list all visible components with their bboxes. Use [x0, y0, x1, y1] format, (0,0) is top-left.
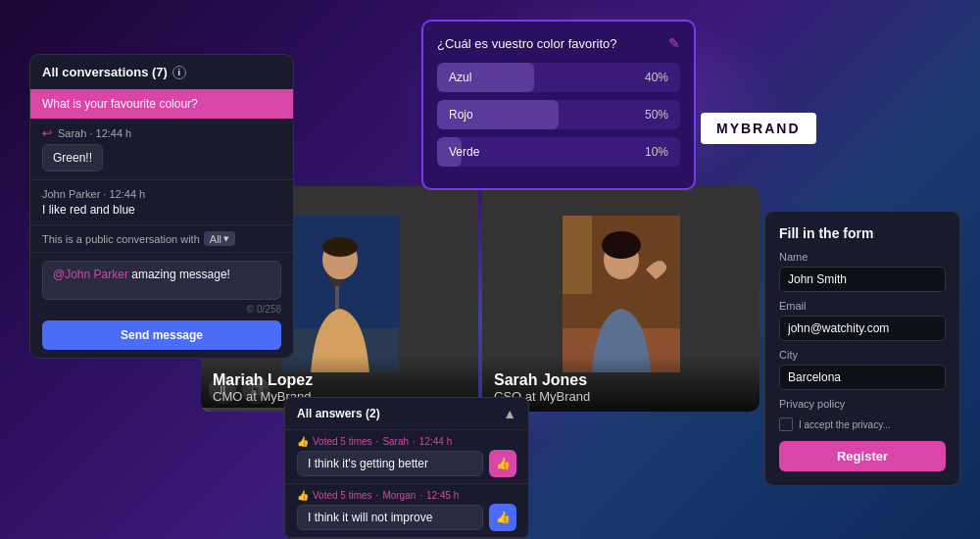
person-silhouette-right: [563, 216, 680, 372]
answer-row-2: I think it will not improve 👍: [297, 504, 516, 531]
poll-panel: ¿Cuál es vuestro color favorito? ✎ Azul …: [421, 20, 696, 190]
public-label: This is a public conversation with: [42, 233, 200, 245]
poll-title: ¿Cuál es vuestro color favorito?: [437, 36, 617, 51]
privacy-checkbox-label: I accept the privacy...: [799, 419, 891, 430]
poll-label-rojo: Rojo: [449, 108, 473, 122]
reply-parker-text: I like red and blue: [42, 203, 281, 217]
city-input[interactable]: [779, 365, 946, 390]
svg-point-5: [322, 237, 358, 257]
reply-sarah-time: Sarah · 12:44 h: [58, 127, 131, 139]
answer-meta-2: 👍 Voted 5 times · Morgan · 12:45 h: [297, 490, 516, 501]
message-input-area: @John Parker amazing message! © 0/258 Se…: [30, 253, 293, 358]
reply-sarah-section: ↩ Sarah · 12:44 h Green!!: [30, 119, 293, 180]
conversations-title: All conversations (7): [42, 65, 168, 79]
vote-label-2: Voted 5 times: [313, 490, 372, 501]
reply-sarah-meta: ↩ Sarah · 12:44 h: [42, 126, 281, 140]
message-input[interactable]: @John Parker amazing message!: [42, 261, 281, 300]
answer-text-1: I think it's getting better: [297, 451, 483, 476]
answers-panel: All answers (2) ▲ 👍 Voted 5 times · Sara…: [284, 397, 529, 539]
reply-parker-meta: John Parker · 12:44 h: [42, 188, 281, 200]
question-text: What is your favourite colour?: [42, 97, 198, 111]
name-input[interactable]: [779, 267, 946, 292]
question-bar: What is your favourite colour?: [30, 89, 293, 119]
answers-header: All answers (2) ▲: [285, 398, 528, 430]
mybrand-logo: MYBRAND: [701, 113, 816, 144]
person-silhouette-left: [281, 216, 399, 372]
privacy-checkbox[interactable]: [779, 417, 793, 431]
mention-text: @John Parker: [53, 268, 128, 281]
reply-icon: ↩: [42, 126, 52, 140]
voter-1: Sarah: [382, 436, 409, 447]
poll-header: ¿Cuál es vuestro color favorito? ✎: [437, 35, 680, 51]
info-icon: i: [172, 66, 186, 79]
reply-sarah-text: Green!!: [42, 144, 103, 172]
char-count: © 0/258: [42, 304, 281, 315]
video-title-right: CSO at MyBrand: [494, 389, 748, 404]
video-name-left: Mariah Lopez: [213, 371, 466, 389]
poll-edit-icon[interactable]: ✎: [668, 35, 680, 51]
poll-option-rojo: Rojo 50%: [437, 100, 680, 129]
poll-label-azul: Azul: [449, 71, 471, 84]
privacy-label: Privacy policy: [779, 398, 946, 410]
answer-row-1: I think it's getting better 👍: [297, 450, 516, 477]
poll-option-azul: Azul 40%: [437, 63, 680, 92]
answer-like-button-2[interactable]: 👍: [489, 504, 516, 531]
answer-item-2: 👍 Voted 5 times · Morgan · 12:45 h I thi…: [285, 484, 528, 538]
vote-icon-1: 👍: [297, 436, 309, 447]
svg-point-10: [602, 231, 641, 259]
register-button[interactable]: Register: [779, 441, 946, 471]
vote-icon-2: 👍: [297, 490, 309, 501]
email-input[interactable]: [779, 316, 946, 341]
poll-pct-verde: 10%: [645, 145, 668, 159]
vote-time-2: 12:45 h: [426, 490, 459, 501]
conversations-panel: All conversations (7) i What is your fav…: [29, 54, 294, 359]
chevron-down-icon: ▾: [223, 232, 229, 245]
form-panel: Fill in the form Name Email City Privacy…: [764, 211, 960, 486]
answers-title: All answers (2): [297, 407, 380, 420]
conversations-header: All conversations (7) i: [30, 55, 293, 89]
poll-option-verde: Verde 10%: [437, 137, 680, 167]
poll-pct-azul: 40%: [645, 71, 668, 84]
answer-item-1: 👍 Voted 5 times · Sarah · 12:44 h I thin…: [285, 430, 528, 484]
city-label: City: [779, 349, 946, 361]
answer-meta-1: 👍 Voted 5 times · Sarah · 12:44 h: [297, 436, 516, 447]
name-label: Name: [779, 251, 946, 263]
video-name-right: Sarah Jones: [494, 371, 748, 389]
answer-text-2: I think it will not improve: [297, 505, 483, 530]
email-label: Email: [779, 300, 946, 312]
all-badge[interactable]: All ▾: [204, 231, 235, 246]
answer-like-button-1[interactable]: 👍: [489, 450, 516, 477]
answers-close-button[interactable]: ▲: [503, 406, 516, 421]
vote-label-1: Voted 5 times: [313, 436, 372, 447]
message-body: amazing message!: [131, 268, 230, 281]
voter-2: Morgan: [382, 490, 416, 501]
reply-parker-section: John Parker · 12:44 h I like red and blu…: [30, 180, 293, 225]
vote-time-1: 12:44 h: [419, 436, 452, 447]
poll-label-verde: Verde: [449, 145, 479, 159]
poll-pct-rojo: 50%: [645, 108, 668, 122]
svg-rect-8: [563, 216, 592, 294]
video-panel-right: Sarah Jones CSO at MyBrand: [482, 186, 760, 412]
send-message-button[interactable]: Send message: [42, 320, 281, 350]
public-bar: This is a public conversation with All ▾: [30, 225, 293, 253]
form-title: Fill in the form: [779, 225, 946, 241]
privacy-checkbox-row: I accept the privacy...: [779, 417, 946, 431]
